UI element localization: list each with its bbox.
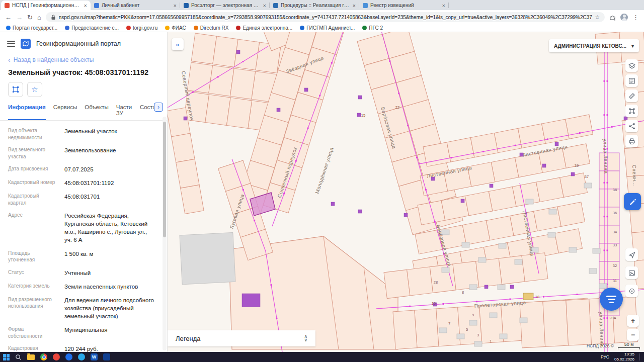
parcel-number: 8	[462, 290, 464, 295]
region-selector-dropdown[interactable]: АДМИНИСТРАЦИЯ КЕТОВС... ▾	[549, 39, 639, 52]
tabs-scroll-right-button[interactable]: ›	[154, 103, 163, 112]
profile-avatar[interactable]	[620, 14, 628, 21]
basemap-button[interactable]	[625, 266, 638, 279]
tab-close-icon[interactable]: ×	[174, 3, 177, 9]
url-text: nspd.gov.ru/map?thematic=PKK&zoom=17.058…	[59, 15, 592, 20]
parcel-number: 5	[466, 327, 468, 332]
panel-scrollbar[interactable]	[163, 117, 167, 350]
parcel-title: Земельный участок: 45:08:031701:1192	[0, 66, 167, 81]
parcel-number: 15	[432, 301, 436, 306]
target-button[interactable]	[625, 285, 638, 297]
browser-tab-nspd[interactable]: НСПД | Геоинформационный п ×	[1, 1, 91, 10]
taskbar-app-square-icon[interactable]	[103, 353, 110, 360]
tab-title: НСПД | Геоинформационный п	[12, 3, 82, 8]
bookmark-item[interactable]: ФИАС	[165, 25, 186, 31]
tab-services[interactable]: Сервисы	[53, 104, 77, 120]
address-bar[interactable]: nspd.gov.ru/map?thematic=PKK&zoom=17.058…	[46, 12, 605, 22]
field-value: 1 500 кв. м	[64, 250, 154, 263]
parcel-number: 15	[361, 113, 365, 118]
field-value: 07.07.2025	[64, 165, 154, 173]
field-label: Кадастровая стоимость	[8, 345, 56, 352]
field-label: Площадь уточненная	[8, 250, 56, 263]
select-object-button[interactable]	[8, 82, 23, 97]
taskbar-word-icon[interactable]: W	[91, 353, 98, 360]
favorite-star-button[interactable]: ☆	[27, 82, 42, 97]
field-row: Кадастровый квартал45:08:031701	[8, 193, 154, 206]
list-icon	[628, 77, 635, 84]
tab-title: Процедуры :: Реализация госи	[281, 3, 350, 8]
browser-tab-cabinet[interactable]: Личный кабинет ×	[91, 1, 180, 10]
taskbar-messenger-icon[interactable]	[78, 353, 85, 360]
tab-favicon	[184, 3, 189, 8]
browser-tab-roseltorg[interactable]: Росэлторг — электронная торг ×	[180, 1, 270, 10]
image-icon	[628, 269, 635, 277]
tab-parcel-parts[interactable]: Части ЗУ	[116, 104, 132, 120]
tab-close-icon[interactable]: ×	[353, 3, 356, 9]
browser-tab-procedures[interactable]: Процедуры :: Реализация госи ×	[270, 1, 359, 10]
measure-area-button[interactable]	[625, 105, 638, 117]
parcel-number: 3	[477, 333, 479, 337]
bookmark-item[interactable]: Единая электронна...	[236, 25, 292, 31]
draw-tool-button[interactable]	[624, 193, 641, 210]
taskbar-app-blue-icon[interactable]	[65, 353, 72, 360]
tab-close-icon[interactable]: ×	[84, 3, 87, 9]
legend-toggle[interactable]: Легенда ∧∨	[168, 330, 315, 346]
tab-information[interactable]: Информация	[8, 104, 46, 120]
ruler-button[interactable]	[625, 89, 638, 102]
street-label: Молодёжная улица	[314, 147, 334, 195]
extensions-icon[interactable]	[609, 14, 616, 21]
tab-favicon	[5, 3, 10, 8]
taskbar: W РУС 19:35 06.02.2026	[0, 352, 644, 362]
tab-title: Реестр извещений	[370, 3, 440, 8]
home-icon[interactable]: ⌂	[37, 14, 41, 21]
field-label: Вид объекта недвижимости	[8, 127, 56, 141]
collapse-panel-button[interactable]: «	[172, 38, 184, 50]
bookmark-item[interactable]: ГИСГМП Админист...	[300, 25, 355, 31]
field-value: Землепользование	[64, 146, 154, 160]
layers-button[interactable]	[625, 59, 638, 72]
tab-close-icon[interactable]: ×	[442, 3, 445, 9]
cadastral-map[interactable]: Северный переулок Звёздная улица Солнечн…	[168, 32, 644, 352]
menu-hamburger-icon[interactable]	[7, 41, 15, 47]
bookmark-star-icon[interactable]: ☆	[595, 14, 600, 21]
language-indicator[interactable]: РУС	[601, 354, 609, 359]
tab-close-icon[interactable]: ×	[263, 3, 266, 9]
back-icon[interactable]: ←	[5, 14, 12, 21]
field-label: Вид разрешенного использования	[8, 296, 56, 320]
taskbar-clock[interactable]: 19:35 06.02.2026	[614, 352, 634, 362]
browser-tab-registry[interactable]: Реестр извещений ×	[359, 1, 449, 10]
support-chat-button[interactable]	[600, 288, 623, 311]
field-label: Статус	[8, 269, 56, 277]
field-label: Вид земельного участка	[8, 146, 56, 160]
taskbar-search-icon[interactable]	[15, 354, 22, 360]
zoom-in-button[interactable]: +	[627, 315, 639, 327]
menu-dots-icon[interactable]: ⋮	[632, 14, 639, 21]
print-button[interactable]	[625, 135, 638, 147]
share-button[interactable]	[625, 120, 638, 132]
taskbar-chrome-icon[interactable]	[40, 353, 47, 360]
zoom-out-button[interactable]: −	[627, 329, 639, 341]
field-label: Категория земель	[8, 283, 56, 291]
forward-icon[interactable]: →	[16, 14, 23, 21]
taskbar-browser-icon[interactable]	[53, 353, 60, 360]
bookmark-item[interactable]: Directum RX	[194, 25, 229, 31]
bookmark-item[interactable]: Предоставление с...	[65, 25, 119, 31]
tab-objects[interactable]: Объекты	[85, 104, 108, 120]
locate-button[interactable]	[625, 248, 638, 261]
parcel-number: 31	[613, 279, 617, 283]
lock-icon	[51, 15, 56, 20]
reload-icon[interactable]: ↻	[27, 14, 33, 21]
show-desktop-edge[interactable]	[639, 353, 641, 360]
panel-list-button[interactable]	[625, 74, 638, 87]
field-value: Для ведения личного подсобного хозяйства…	[64, 296, 154, 320]
back-to-results-link[interactable]: ‹ Назад в найденные объекты	[0, 53, 167, 66]
bookmark-item[interactable]: torgi.gov.ru	[126, 25, 157, 31]
taskbar-explorer-icon[interactable]	[27, 354, 35, 360]
bookmark-item[interactable]: Портал государст...	[6, 25, 57, 31]
printer-icon	[628, 138, 635, 145]
start-button[interactable]	[3, 354, 10, 360]
navigation-arrow-icon	[628, 251, 635, 258]
map-canvas[interactable]: Северный переулок Звёздная улица Солнечн…	[168, 32, 644, 352]
bookmark-item[interactable]: ПГС 2	[362, 25, 383, 31]
scrollbar-thumb[interactable]	[163, 122, 166, 237]
